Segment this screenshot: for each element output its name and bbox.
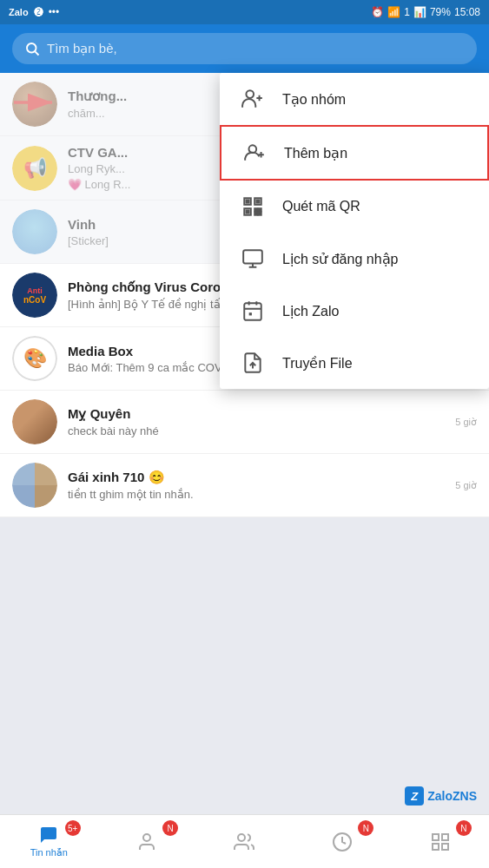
menu-item-lich-zalo[interactable]: Lịch Zalo [220, 285, 489, 337]
red-arrow [12, 90, 60, 118]
svg-rect-13 [246, 200, 248, 202]
nav-item-nhat-ky[interactable]: N [294, 815, 392, 868]
group-icon [234, 832, 254, 852]
status-right-icons: ⏰ 📶 1 📊 79% 15:08 [371, 6, 480, 18]
svg-line-1 [35, 51, 38, 55]
battery-text: 79% [430, 6, 451, 18]
nav-label-tin-nhan: Tin nhắn [30, 847, 68, 858]
menu-label-truyen-file: Truyền File [282, 355, 353, 372]
zalo-zns-text: ZaloZNS [427, 789, 477, 803]
avatar-anticov: Anti nCoV [12, 273, 57, 318]
menu-item-lich-su-dang-nhap[interactable]: Lịch sử đăng nhập [220, 233, 489, 285]
svg-rect-17 [254, 208, 257, 211]
svg-rect-21 [243, 250, 262, 263]
svg-rect-19 [254, 213, 257, 215]
zalo-zns-watermark: Z ZaloZNS [405, 786, 477, 806]
svg-rect-15 [246, 210, 248, 213]
header: Tìm bạn bè, [0, 24, 489, 73]
signal-icon: 📊 [413, 6, 426, 18]
svg-rect-33 [433, 834, 439, 840]
chat-name-7: Gái xinh 710 😊 [68, 470, 455, 485]
search-bar[interactable]: Tìm bạn bè, [12, 33, 477, 64]
menu-label-them-ban: Thêm bạn [284, 145, 347, 161]
alarm-icon: ⏰ [371, 6, 384, 18]
chat-time-7: 5 giờ [455, 480, 477, 491]
chat-meta-7: 5 giờ [455, 480, 477, 491]
nav-badge-danh-ba: N [162, 820, 178, 836]
chat-item-7[interactable]: Gái xinh 710 😊 tiền tt ghim một tin nhắn… [0, 454, 489, 517]
grid-icon [430, 832, 451, 852]
svg-rect-20 [259, 213, 261, 215]
dots-icon: ••• [49, 6, 60, 18]
dropdown-menu: Tạo nhóm Thêm bạn [220, 73, 489, 389]
svg-rect-34 [442, 834, 448, 840]
svg-point-0 [27, 43, 36, 53]
monitor-icon [241, 247, 265, 271]
nav-badge-tin-nhan: 5+ [65, 820, 81, 836]
chat-time-6: 5 giờ [455, 417, 477, 428]
search-icon [24, 41, 40, 56]
nav-item-more[interactable]: N [391, 815, 489, 868]
avatar-myquyen [12, 399, 57, 444]
menu-label-tao-nhom: Tạo nhóm [282, 91, 346, 108]
status-left-icons: Zalo 🅩 ••• [9, 6, 59, 18]
svg-rect-28 [249, 312, 252, 315]
search-placeholder: Tìm bạn bè, [47, 41, 117, 56]
svg-rect-18 [259, 208, 261, 211]
svg-rect-14 [256, 200, 259, 202]
chat-content-6: Mỵ Quyên check bài này nhé [68, 406, 455, 437]
chat-item-6[interactable]: Mỵ Quyên check bài này nhé 5 giờ [0, 391, 489, 454]
status-bar: Zalo 🅩 ••• ⏰ 📶 1 📊 79% 15:08 [0, 0, 489, 24]
svg-rect-36 [442, 844, 448, 850]
nav-item-tin-nhan[interactable]: 5+ Tin nhắn [0, 815, 98, 868]
svg-rect-35 [433, 844, 439, 850]
qr-code-icon [241, 194, 265, 219]
menu-label-lich-zalo: Lịch Zalo [282, 303, 339, 319]
zalo-z-icon: Z [405, 786, 424, 806]
avatar-ctv: 📢 [12, 146, 57, 191]
bottom-navigation: 5+ Tin nhắn N N N [0, 814, 489, 868]
menu-item-them-ban[interactable]: Thêm bạn [220, 125, 489, 181]
sim-icon: 1 [404, 6, 410, 18]
zalo2-icon: 🅩 [34, 7, 43, 17]
svg-point-31 [238, 834, 245, 841]
chat-content-7: Gái xinh 710 😊 tiền tt ghim một tin nhắn… [68, 470, 455, 501]
group-add-icon [241, 87, 265, 111]
menu-label-lich-su-dang-nhap: Lịch sử đăng nhập [282, 251, 398, 267]
nav-item-danh-ba[interactable]: N [98, 815, 196, 868]
nav-item-nhom[interactable] [195, 815, 294, 868]
wifi-icon: 📶 [387, 6, 400, 18]
person-icon [136, 832, 157, 852]
menu-item-tao-nhom[interactable]: Tạo nhóm [220, 73, 489, 125]
svg-rect-24 [244, 303, 261, 320]
menu-label-quet-ma-qr: Quét mã QR [282, 199, 360, 214]
chat-icon [38, 825, 59, 845]
clock-icon [332, 832, 353, 852]
chat-msg-7: tiền tt ghim một tin nhắn. [68, 488, 455, 501]
svg-point-30 [143, 834, 150, 841]
chat-name-6: Mỵ Quyên [68, 406, 455, 422]
time-display: 15:08 [454, 6, 480, 18]
svg-point-4 [246, 90, 254, 98]
chat-msg-6: check bài này nhé [68, 424, 455, 437]
menu-item-quet-ma-qr[interactable]: Quét mã QR [220, 181, 489, 233]
zalo-icon: Zalo [9, 7, 29, 17]
avatar-vinh [12, 209, 57, 254]
file-share-icon [241, 351, 265, 375]
calendar-icon [241, 299, 265, 323]
avatar-gaixinh [12, 463, 57, 508]
menu-item-truyen-file[interactable]: Truyền File [220, 337, 489, 389]
nav-badge-nhat-ky: N [358, 820, 373, 836]
chat-meta-6: 5 giờ [455, 417, 477, 428]
person-add-icon [242, 141, 267, 165]
nav-badge-more: N [456, 820, 472, 836]
avatar-mediabox: 🎨 [12, 336, 57, 381]
